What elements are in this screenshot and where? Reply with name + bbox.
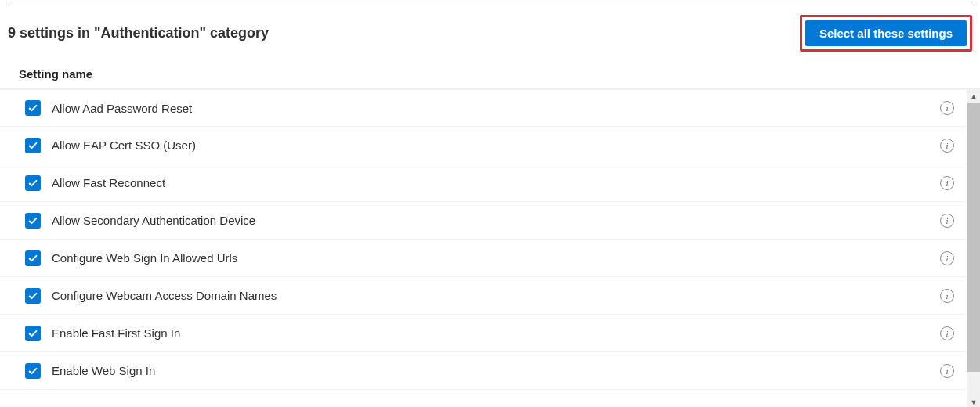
checkmark-icon [27,140,38,151]
checkmark-icon [27,328,38,339]
info-icon[interactable]: i [940,326,954,340]
setting-label: Enable Fast First Sign In [52,326,940,340]
checkbox[interactable] [25,363,41,379]
info-icon[interactable]: i [940,289,954,303]
scrollbar-up-arrow[interactable]: ▲ [967,89,980,103]
scrollbar-down-arrow[interactable]: ▼ [967,395,980,407]
checkbox[interactable] [25,213,41,229]
setting-label: Allow Secondary Authentication Device [52,214,940,227]
checkmark-icon [27,290,38,301]
table-row: Enable Web Sign Ini [0,352,967,390]
info-icon[interactable]: i [940,176,954,190]
checkbox[interactable] [25,175,41,191]
table-row: Enable Fast First Sign Ini [0,315,967,352]
checkbox[interactable] [25,288,41,304]
scrollbar[interactable]: ▲ ▼ [967,89,980,407]
info-icon[interactable]: i [940,101,954,115]
scrollbar-thumb[interactable] [967,103,980,372]
checkmark-icon [27,215,38,226]
select-all-highlight: Select all these settings [800,15,972,52]
table-row: Allow EAP Cert SSO (User)i [0,127,967,164]
info-icon[interactable]: i [940,251,954,265]
setting-label: Allow Aad Password Reset [52,102,940,115]
table-row: Allow Secondary Authentication Devicei [0,202,967,240]
table-row: Configure Webcam Access Domain Namesi [0,277,967,315]
select-all-button[interactable]: Select all these settings [805,20,967,46]
checkmark-icon [27,178,38,189]
checkbox[interactable] [25,138,41,153]
checkmark-icon [27,253,38,264]
checkbox[interactable] [25,326,41,341]
setting-label: Configure Webcam Access Domain Names [52,289,940,302]
info-icon[interactable]: i [940,214,954,228]
header-bar: 9 settings in "Authentication" category … [0,5,980,58]
setting-label: Enable Web Sign In [52,364,940,377]
setting-label: Configure Web Sign In Allowed Urls [52,251,940,265]
category-title: 9 settings in "Authentication" category [8,25,269,41]
settings-list: Allow Aad Password ResetiAllow EAP Cert … [0,89,967,407]
setting-label: Allow Fast Reconnect [52,176,940,189]
scrollbar-track[interactable] [967,103,980,395]
scroll-area: Allow Aad Password ResetiAllow EAP Cert … [0,89,980,407]
column-header-setting-name: Setting name [0,58,980,89]
table-row: Allow Aad Password Reseti [0,89,967,127]
table-row: Configure Web Sign In Allowed Urlsi [0,240,967,277]
setting-label: Allow EAP Cert SSO (User) [52,139,940,152]
info-icon[interactable]: i [940,139,954,153]
checkmark-icon [27,366,38,376]
checkbox[interactable] [25,250,41,266]
info-icon[interactable]: i [940,364,954,378]
table-row: Allow Fast Reconnecti [0,164,967,202]
checkbox[interactable] [25,100,41,116]
checkmark-icon [27,103,38,113]
